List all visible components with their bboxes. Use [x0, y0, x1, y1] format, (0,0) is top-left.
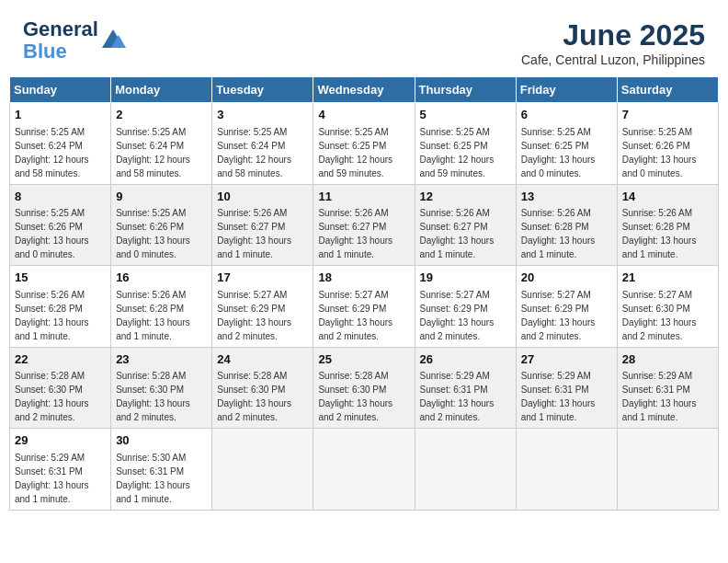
table-row: 12Sunrise: 5:26 AM Sunset: 6:27 PM Dayli…: [415, 184, 516, 266]
day-number: 24: [217, 351, 308, 368]
col-thursday: Thursday: [415, 77, 516, 103]
logo: GeneralBlue: [23, 18, 126, 63]
day-info: Sunrise: 5:30 AM Sunset: 6:31 PM Dayligh…: [116, 453, 190, 504]
day-number: 6: [521, 107, 612, 123]
day-info: Sunrise: 5:25 AM Sunset: 6:25 PM Dayligh…: [420, 127, 495, 178]
calendar-header-row: Sunday Monday Tuesday Wednesday Thursday…: [10, 77, 719, 103]
day-info: Sunrise: 5:28 AM Sunset: 6:30 PM Dayligh…: [116, 371, 190, 422]
day-info: Sunrise: 5:29 AM Sunset: 6:31 PM Dayligh…: [622, 371, 697, 422]
calendar-week-row: 15Sunrise: 5:26 AM Sunset: 6:28 PM Dayli…: [10, 266, 719, 348]
table-row: 27Sunrise: 5:29 AM Sunset: 6:31 PM Dayli…: [516, 347, 617, 429]
day-info: Sunrise: 5:25 AM Sunset: 6:24 PM Dayligh…: [15, 127, 89, 178]
month-title: June 2025: [521, 18, 705, 52]
table-row: 2Sunrise: 5:25 AM Sunset: 6:24 PM Daylig…: [111, 103, 212, 185]
table-row: 23Sunrise: 5:28 AM Sunset: 6:30 PM Dayli…: [111, 347, 212, 429]
day-number: 14: [622, 189, 713, 205]
table-row: 25Sunrise: 5:28 AM Sunset: 6:30 PM Dayli…: [313, 347, 415, 429]
day-number: 3: [217, 107, 308, 123]
table-row: 6Sunrise: 5:25 AM Sunset: 6:25 PM Daylig…: [516, 103, 617, 185]
day-number: 7: [622, 107, 713, 123]
day-info: Sunrise: 5:27 AM Sunset: 6:29 PM Dayligh…: [521, 290, 596, 341]
day-number: 17: [217, 270, 308, 286]
day-info: Sunrise: 5:27 AM Sunset: 6:29 PM Dayligh…: [217, 290, 291, 341]
day-number: 23: [116, 351, 207, 368]
day-number: 21: [622, 270, 713, 286]
day-number: 19: [420, 270, 511, 286]
day-info: Sunrise: 5:26 AM Sunset: 6:28 PM Dayligh…: [15, 290, 89, 341]
calendar-table: Sunday Monday Tuesday Wednesday Thursday…: [9, 76, 719, 511]
day-info: Sunrise: 5:27 AM Sunset: 6:29 PM Dayligh…: [318, 290, 392, 341]
day-number: 18: [318, 270, 409, 286]
table-row: 9Sunrise: 5:25 AM Sunset: 6:26 PM Daylig…: [111, 184, 212, 266]
day-info: Sunrise: 5:26 AM Sunset: 6:28 PM Dayligh…: [521, 208, 596, 259]
day-info: Sunrise: 5:26 AM Sunset: 6:27 PM Dayligh…: [420, 208, 495, 259]
col-friday: Friday: [516, 77, 617, 103]
table-row: [415, 429, 516, 511]
day-number: 4: [318, 107, 409, 123]
table-row: [212, 429, 313, 511]
day-number: 30: [116, 432, 207, 449]
table-row: 19Sunrise: 5:27 AM Sunset: 6:29 PM Dayli…: [415, 266, 516, 348]
day-number: 22: [15, 351, 106, 368]
table-row: [617, 429, 718, 511]
day-number: 5: [420, 107, 511, 123]
table-row: 20Sunrise: 5:27 AM Sunset: 6:29 PM Dayli…: [516, 266, 617, 348]
calendar-week-row: 29Sunrise: 5:29 AM Sunset: 6:31 PM Dayli…: [10, 429, 719, 511]
table-row: 16Sunrise: 5:26 AM Sunset: 6:28 PM Dayli…: [111, 266, 212, 348]
day-number: 10: [217, 189, 308, 205]
day-info: Sunrise: 5:29 AM Sunset: 6:31 PM Dayligh…: [521, 371, 596, 422]
day-number: 9: [116, 189, 207, 205]
day-number: 27: [521, 351, 612, 368]
table-row: 18Sunrise: 5:27 AM Sunset: 6:29 PM Dayli…: [313, 266, 415, 348]
table-row: 28Sunrise: 5:29 AM Sunset: 6:31 PM Dayli…: [617, 347, 718, 429]
day-info: Sunrise: 5:26 AM Sunset: 6:27 PM Dayligh…: [318, 208, 392, 259]
logo-icon: [100, 28, 126, 53]
day-info: Sunrise: 5:25 AM Sunset: 6:25 PM Dayligh…: [521, 127, 596, 178]
day-info: Sunrise: 5:25 AM Sunset: 6:25 PM Dayligh…: [318, 127, 392, 178]
calendar-week-row: 1Sunrise: 5:25 AM Sunset: 6:24 PM Daylig…: [10, 103, 719, 185]
day-info: Sunrise: 5:25 AM Sunset: 6:24 PM Dayligh…: [116, 127, 190, 178]
day-info: Sunrise: 5:28 AM Sunset: 6:30 PM Dayligh…: [15, 371, 89, 422]
col-tuesday: Tuesday: [212, 77, 313, 103]
table-row: 3Sunrise: 5:25 AM Sunset: 6:24 PM Daylig…: [212, 103, 313, 185]
table-row: 4Sunrise: 5:25 AM Sunset: 6:25 PM Daylig…: [313, 103, 415, 185]
day-number: 29: [15, 432, 106, 449]
page-header: GeneralBlue June 2025 Cafe, Central Luzo…: [9, 9, 719, 72]
day-number: 13: [521, 189, 612, 205]
table-row: 26Sunrise: 5:29 AM Sunset: 6:31 PM Dayli…: [415, 347, 516, 429]
day-info: Sunrise: 5:28 AM Sunset: 6:30 PM Dayligh…: [318, 371, 392, 422]
table-row: 11Sunrise: 5:26 AM Sunset: 6:27 PM Dayli…: [313, 184, 415, 266]
col-monday: Monday: [111, 77, 212, 103]
day-info: Sunrise: 5:29 AM Sunset: 6:31 PM Dayligh…: [15, 453, 89, 504]
table-row: [313, 429, 415, 511]
table-row: 30Sunrise: 5:30 AM Sunset: 6:31 PM Dayli…: [111, 429, 212, 511]
day-info: Sunrise: 5:26 AM Sunset: 6:27 PM Dayligh…: [217, 208, 291, 259]
table-row: 1Sunrise: 5:25 AM Sunset: 6:24 PM Daylig…: [10, 103, 111, 185]
col-sunday: Sunday: [10, 77, 111, 103]
table-row: 21Sunrise: 5:27 AM Sunset: 6:30 PM Dayli…: [617, 266, 718, 348]
table-row: 17Sunrise: 5:27 AM Sunset: 6:29 PM Dayli…: [212, 266, 313, 348]
day-info: Sunrise: 5:25 AM Sunset: 6:26 PM Dayligh…: [15, 208, 89, 259]
table-row: 13Sunrise: 5:26 AM Sunset: 6:28 PM Dayli…: [516, 184, 617, 266]
day-number: 25: [318, 351, 409, 368]
day-info: Sunrise: 5:28 AM Sunset: 6:30 PM Dayligh…: [217, 371, 291, 422]
day-info: Sunrise: 5:26 AM Sunset: 6:28 PM Dayligh…: [622, 208, 697, 259]
table-row: 24Sunrise: 5:28 AM Sunset: 6:30 PM Dayli…: [212, 347, 313, 429]
logo-text: GeneralBlue: [23, 18, 98, 63]
col-saturday: Saturday: [617, 77, 718, 103]
day-number: 11: [318, 189, 409, 205]
day-info: Sunrise: 5:25 AM Sunset: 6:26 PM Dayligh…: [622, 127, 697, 178]
table-row: 15Sunrise: 5:26 AM Sunset: 6:28 PM Dayli…: [10, 266, 111, 348]
day-number: 2: [116, 107, 207, 123]
col-wednesday: Wednesday: [313, 77, 415, 103]
day-info: Sunrise: 5:25 AM Sunset: 6:26 PM Dayligh…: [116, 208, 190, 259]
table-row: 29Sunrise: 5:29 AM Sunset: 6:31 PM Dayli…: [10, 429, 111, 511]
title-area: June 2025 Cafe, Central Luzon, Philippin…: [521, 18, 705, 67]
table-row: 14Sunrise: 5:26 AM Sunset: 6:28 PM Dayli…: [617, 184, 718, 266]
day-number: 16: [116, 270, 207, 286]
day-number: 28: [622, 351, 713, 368]
table-row: 22Sunrise: 5:28 AM Sunset: 6:30 PM Dayli…: [10, 347, 111, 429]
day-info: Sunrise: 5:27 AM Sunset: 6:29 PM Dayligh…: [420, 290, 495, 341]
day-number: 20: [521, 270, 612, 286]
day-number: 1: [15, 107, 106, 123]
